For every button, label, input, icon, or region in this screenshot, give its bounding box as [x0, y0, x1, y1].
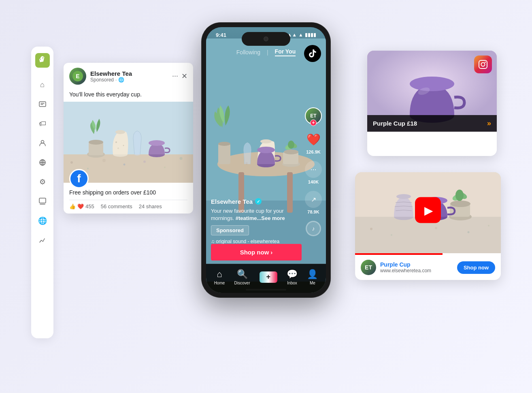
svg-point-51: [218, 142, 230, 146]
shopify-logo-icon: [35, 53, 50, 68]
tiktok-username: Elsewhere Tea ✓: [211, 198, 302, 205]
sidebar-item-international[interactable]: 🌐: [37, 215, 48, 226]
reaction-count: 455: [85, 203, 94, 209]
fb-close-icon[interactable]: ✕: [181, 72, 187, 81]
instagram-logo-icon: [474, 56, 492, 73]
creator-avatar-action[interactable]: ET +: [305, 107, 322, 124]
tiktok-nav-discover[interactable]: 🔍 Discover: [234, 269, 250, 285]
like-action[interactable]: ❤️ 126.9K: [305, 131, 322, 154]
svg-point-9: [70, 161, 73, 164]
svg-rect-52: [479, 60, 487, 68]
like-count: 126.9K: [306, 150, 320, 154]
svg-rect-4: [39, 198, 46, 203]
discover-icon: 🔍: [237, 269, 248, 280]
like-icon: ❤️: [305, 131, 322, 148]
svg-point-49: [257, 147, 275, 153]
svg-point-63: [391, 234, 392, 236]
sidebar-item-content[interactable]: [37, 196, 48, 207]
tiktok-nav-home[interactable]: ⌂ Home: [214, 269, 225, 285]
svg-point-64: [435, 227, 437, 229]
follow-plus-badge: +: [310, 120, 317, 126]
fb-shipping-text: Free shipping on orders over £100: [69, 189, 187, 196]
youtube-play-button[interactable]: ▶: [415, 197, 441, 223]
fb-shares-btn[interactable]: 24 shares: [139, 203, 162, 209]
svg-point-21: [115, 141, 117, 143]
scene: ⌂ 🏷 ⚙ 🌐: [23, 14, 509, 379]
fb-brand-avatar: E: [69, 68, 86, 85]
svg-point-24: [134, 153, 140, 156]
facebook-ad-card: E Elsewhere Tea Sponsored · 🌐 ··· ✕ You'…: [64, 63, 193, 214]
svg-point-15: [180, 157, 183, 160]
fb-image-container: f: [64, 102, 193, 183]
svg-rect-50: [218, 144, 230, 164]
fb-ad-header: E Elsewhere Tea Sponsored · 🌐 ··· ✕: [64, 63, 193, 90]
youtube-shop-now-btn[interactable]: Shop now: [457, 261, 495, 274]
svg-point-44: [284, 150, 298, 154]
tiktok-nav-inbox[interactable]: 💬 Inbox: [287, 269, 298, 285]
youtube-ad-footer: ET Purple Cup www.elsewheretea.com Shop …: [355, 255, 501, 280]
sidebar-item-products[interactable]: 🏷: [37, 118, 48, 129]
youtube-ad-info: Purple Cup www.elsewheretea.com: [380, 261, 453, 273]
tiktok-hashtag: #teatime...See more: [236, 215, 285, 221]
fb-reactions: 👍 ❤️ 455 56 comments 24 shares: [69, 200, 187, 209]
fb-comments-btn[interactable]: 56 comments: [101, 203, 132, 209]
comment-icon: ···: [305, 161, 322, 178]
double-chevron-icon: »: [487, 119, 491, 128]
instagram-product-label: Purple Cup £18 »: [367, 115, 497, 132]
sidebar-item-marketing[interactable]: [37, 157, 48, 168]
nav-following[interactable]: Following: [236, 49, 260, 56]
reaction-icons: 👍 ❤️ 455: [69, 203, 94, 209]
svg-point-14: [164, 167, 166, 168]
svg-point-53: [481, 63, 485, 66]
comment-count: 140K: [308, 179, 319, 184]
svg-point-10: [87, 168, 89, 169]
svg-point-18: [89, 140, 103, 145]
instagram-ad-card: Purple Cup £18 »: [367, 51, 497, 156]
fb-brand-name: Elsewhere Tea: [90, 70, 168, 77]
instagram-product-name: Purple Cup £18: [373, 120, 417, 127]
sidebar-item-settings[interactable]: ⚙: [37, 176, 48, 188]
svg-point-62: [370, 228, 372, 230]
fb-more-icon[interactable]: ···: [172, 72, 178, 81]
svg-point-68: [396, 194, 411, 199]
phone-notch: [242, 32, 290, 46]
sidebar-item-home[interactable]: ⌂: [37, 79, 48, 90]
tiktok-nav-me[interactable]: 👤 Me: [307, 269, 318, 285]
tiktok-content: Elsewhere Tea ✓ Your new favourite cup f…: [211, 198, 302, 244]
comment-action[interactable]: ··· 140K: [305, 161, 322, 184]
tiktok-logo-btn[interactable]: [304, 45, 321, 62]
tiktok-bottom-nav: ⌂ Home 🔍 Discover + 💬 Inbox 👤 Me: [206, 264, 326, 293]
svg-point-65: [468, 231, 470, 233]
chevron-right-icon: ›: [270, 249, 272, 256]
share-icon: ↗: [305, 191, 322, 208]
music-disc-icon: ♪: [306, 221, 321, 236]
nav-for-you[interactable]: For You: [275, 48, 296, 56]
tiktok-phone: 9:41 ▲▲▲ ▲ ▮▮▮▮: [201, 22, 331, 298]
svg-point-11: [102, 159, 106, 162]
svg-text:E: E: [76, 73, 79, 79]
svg-point-20: [115, 130, 125, 134]
svg-point-58: [410, 77, 454, 91]
sidebar-item-customers[interactable]: [37, 137, 48, 149]
svg-rect-0: [39, 102, 46, 107]
fb-ad-meta: Elsewhere Tea Sponsored · 🌐: [90, 70, 168, 83]
share-action[interactable]: ↗ 78.9K: [305, 191, 322, 214]
heart-icon: ❤️: [77, 203, 84, 209]
verified-badge: ✓: [255, 198, 262, 205]
tiktok-sound: ♫ original sound - elsewheretea: [211, 239, 302, 244]
sidebar-item-analytics[interactable]: [37, 235, 48, 246]
tiktok-shop-now-btn[interactable]: Shop now ›: [211, 244, 302, 261]
fb-ad-actions[interactable]: ··· ✕: [172, 72, 187, 81]
creator-avatar: ET +: [305, 107, 322, 124]
sidebar-item-orders[interactable]: [37, 98, 48, 110]
music-disc-action[interactable]: ♪: [306, 221, 321, 236]
fb-sponsored-label: Sponsored · 🌐: [90, 77, 168, 83]
inbox-icon: 💬: [287, 269, 298, 280]
tiktok-add-btn[interactable]: +: [260, 271, 277, 283]
youtube-product-name: Purple Cup: [380, 261, 453, 268]
profile-icon: 👤: [307, 269, 318, 280]
svg-point-66: [488, 225, 489, 226]
svg-point-47: [288, 141, 294, 149]
svg-point-13: [143, 160, 146, 163]
svg-point-23: [117, 147, 119, 149]
